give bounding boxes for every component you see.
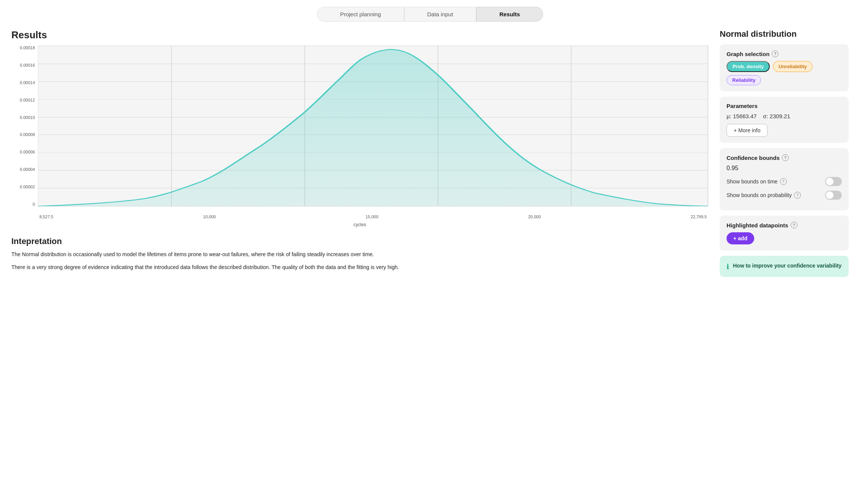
interpretation-title: Intepretation bbox=[11, 236, 708, 246]
chart-container: 0.00018 0.00016 0.00014 0.00012 0.00010 … bbox=[11, 45, 708, 227]
interpretation-para2: There is a very strong degree of evidenc… bbox=[11, 263, 708, 271]
highlighted-datapoints-help-icon[interactable]: ? bbox=[791, 222, 797, 229]
y-label-0: 0 bbox=[33, 202, 35, 207]
parameters-values: μ: 15663.47 σ: 2309.21 bbox=[727, 113, 842, 119]
highlighted-datapoints-title: Highlighted datapoints ? bbox=[727, 222, 842, 229]
mu-value: μ: 15663.47 bbox=[727, 113, 757, 119]
y-label-9: 0.00002 bbox=[20, 185, 35, 189]
tab-results[interactable]: Results bbox=[476, 7, 543, 22]
more-info-button[interactable]: + More info bbox=[727, 124, 767, 137]
bounds-prob-help-icon[interactable]: ? bbox=[794, 192, 801, 199]
main-layout: Results 0.00018 0.00016 0.00014 0.00012 … bbox=[0, 25, 860, 290]
interpretation-section: Intepretation The Normal distribution is… bbox=[11, 236, 708, 272]
graph-selection-card: Graph selection ? Prob. density Unreliab… bbox=[720, 44, 849, 91]
pill-reliability[interactable]: Reliability bbox=[727, 75, 761, 85]
pill-unreliability[interactable]: Unreliability bbox=[773, 61, 812, 72]
pill-prob-density[interactable]: Prob. density bbox=[727, 61, 770, 72]
confidence-bounds-title: Confidence bounds ? bbox=[727, 154, 842, 161]
bell-fill bbox=[38, 50, 708, 206]
highlighted-datapoints-card: Highlighted datapoints ? + add bbox=[720, 216, 849, 250]
x-label-4: 20,000 bbox=[528, 214, 541, 219]
bounds-time-toggle[interactable] bbox=[825, 177, 842, 186]
y-label-3: 0.00014 bbox=[20, 80, 35, 85]
left-panel: Results 0.00018 0.00016 0.00014 0.00012 … bbox=[11, 29, 708, 282]
page-title: Results bbox=[11, 29, 708, 41]
tip-card: ℹ How to improve your confidence variabi… bbox=[720, 256, 849, 277]
y-label-1: 0.00018 bbox=[20, 45, 35, 50]
graph-selection-help-icon[interactable]: ? bbox=[772, 50, 778, 57]
parameters-title: Parameters bbox=[727, 103, 842, 109]
add-datapoint-button[interactable]: + add bbox=[727, 232, 754, 244]
right-panel: Normal distribution Graph selection ? Pr… bbox=[720, 29, 849, 282]
chart-plot-area bbox=[38, 45, 708, 207]
tip-text: How to improve your confidence variabili… bbox=[733, 262, 841, 270]
right-panel-title: Normal distribution bbox=[720, 29, 849, 39]
graph-selection-title: Graph selection ? bbox=[727, 50, 842, 57]
confidence-value: 0.95 bbox=[727, 165, 842, 172]
tip-icon: ℹ bbox=[727, 263, 729, 271]
x-label-1: 8,527.5 bbox=[39, 214, 53, 219]
show-bounds-probability-row: Show bounds on probability ? bbox=[727, 191, 842, 200]
x-axis-unit: cycles bbox=[353, 222, 366, 227]
confidence-bounds-help-icon[interactable]: ? bbox=[782, 154, 789, 161]
confidence-bounds-card: Confidence bounds ? 0.95 Show bounds on … bbox=[720, 148, 849, 210]
y-label-4: 0.00012 bbox=[20, 98, 35, 102]
x-label-2: 10,000 bbox=[203, 214, 216, 219]
chart-svg bbox=[38, 46, 708, 206]
tab-project-planning[interactable]: Project planning bbox=[317, 7, 404, 22]
x-label-3: 15,000 bbox=[366, 214, 378, 219]
show-bounds-probability-label: Show bounds on probability ? bbox=[727, 192, 801, 199]
bounds-probability-toggle[interactable] bbox=[825, 191, 842, 200]
interpretation-para1: The Normal distribution is occasionally … bbox=[11, 250, 708, 258]
x-label-5: 22,799.5 bbox=[691, 214, 707, 219]
parameters-card: Parameters μ: 15663.47 σ: 2309.21 + More… bbox=[720, 97, 849, 143]
y-label-8: 0.00004 bbox=[20, 167, 35, 172]
top-navigation: Project planning Data input Results bbox=[0, 0, 860, 25]
graph-pills: Prob. density Unreliability Reliability bbox=[727, 61, 842, 85]
y-axis-labels: 0.00018 0.00016 0.00014 0.00012 0.00010 … bbox=[11, 45, 37, 207]
x-axis-labels: 8,527.5 10,000 15,000 20,000 22,799.5 bbox=[38, 214, 708, 219]
y-label-6: 0.00008 bbox=[20, 132, 35, 137]
y-label-5: 0.00010 bbox=[20, 115, 35, 120]
show-bounds-time-label: Show bounds on time ? bbox=[727, 178, 787, 185]
y-label-2: 0.00016 bbox=[20, 63, 35, 67]
sigma-value: σ: 2309.21 bbox=[763, 113, 790, 119]
tab-data-input[interactable]: Data input bbox=[404, 7, 476, 22]
bounds-time-help-icon[interactable]: ? bbox=[780, 178, 787, 185]
y-label-7: 0.00006 bbox=[20, 150, 35, 154]
show-bounds-time-row: Show bounds on time ? bbox=[727, 177, 842, 186]
